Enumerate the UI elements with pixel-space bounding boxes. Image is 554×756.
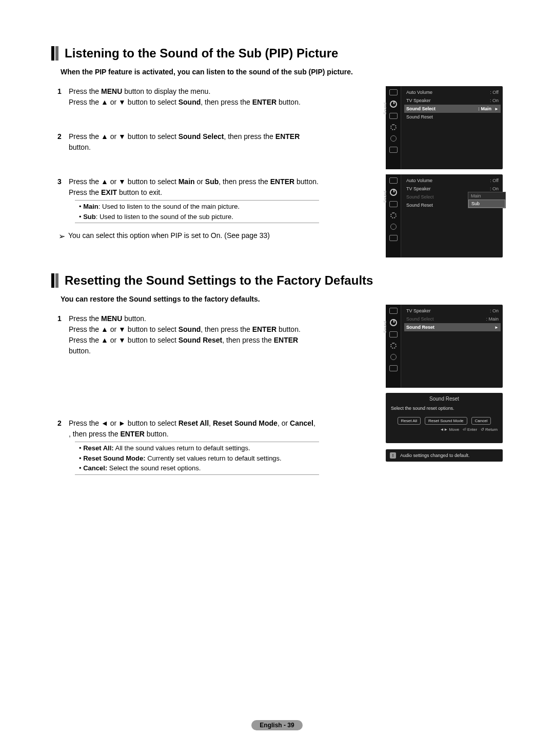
dialog-buttons: Reset All Reset Sound Mode Cancel	[386, 417, 503, 425]
input-icon	[390, 135, 397, 142]
section-title-1: Listening to the Sound of the Sub (PIP) …	[65, 46, 338, 61]
bullet: • Main: Used to listen to the sound of t…	[75, 202, 319, 212]
reset-all-button: Reset All	[398, 417, 421, 425]
cancel-button: Cancel	[471, 417, 491, 425]
dialog-title: Sound Reset	[386, 393, 503, 402]
step-1: 1 Press the MENU button to display the m…	[57, 86, 319, 108]
bullet: • Reset All: All the sound values return…	[75, 443, 319, 453]
setup-icon	[390, 343, 397, 349]
osd-menu: Auto Volume: Off TV Speaker: On Sound Se…	[404, 176, 501, 209]
osd-side-label: Sound	[383, 191, 387, 203]
option-sub: Sub	[468, 200, 505, 208]
bullet: • Sub: Used to listen to the sound of th…	[75, 212, 319, 222]
reset-sound-mode-button: Reset Sound Mode	[425, 417, 467, 425]
picture-icon	[389, 89, 398, 95]
dialog-hints: ◄► Move ⏎ Enter ↺ Return	[386, 425, 503, 432]
picture-icon	[389, 308, 398, 314]
note-arrow-icon: ➢	[58, 230, 65, 243]
section-title-2: Resetting the Sound Settings to the Fact…	[65, 273, 373, 288]
menu-row-highlight: Sound Select: Main►	[404, 105, 501, 113]
setup-icon	[390, 212, 397, 218]
step-body: Press the ▲ or ▼ button to select Sound …	[69, 131, 319, 153]
sound-icon	[390, 319, 397, 326]
picture-icon	[389, 177, 398, 184]
steps-section-1: 1 Press the MENU button to display the m…	[57, 86, 319, 243]
menu-row: Sound Select: Main	[404, 315, 501, 323]
osd-screenshot-3: Sound TV Speaker: On Sound Select: Main …	[386, 305, 503, 388]
note-text: You can select this option when PIP is s…	[68, 230, 270, 241]
step-3: 3 Press the ▲ or ▼ button to select Main…	[57, 176, 319, 225]
bullet-box: • Reset All: All the sound values return…	[75, 442, 319, 475]
page-number: English - 39	[251, 720, 302, 730]
menu-row: TV Speaker: On	[404, 96, 501, 105]
header-bar-dark	[51, 273, 54, 288]
step-2: 2 Press the ▲ or ▼ button to select Soun…	[57, 131, 319, 153]
application-icon	[389, 147, 398, 153]
chevron-right-icon: ►	[494, 325, 499, 330]
section-header-1: Listening to the Sound of the Sub (PIP) …	[51, 46, 503, 61]
application-icon	[389, 235, 398, 241]
setup-icon	[390, 124, 397, 130]
step-number: 2	[57, 131, 69, 153]
osd-dialog-screenshot: Sound Reset Select the sound reset optio…	[386, 393, 503, 443]
option-main: Main	[468, 192, 505, 200]
channel-icon	[389, 331, 398, 337]
step-number: 1	[57, 313, 69, 356]
toast-text: Audio settings changed to default.	[400, 453, 470, 458]
step-number: 3	[57, 176, 69, 225]
osd-menu: Auto Volume: Off TV Speaker: On Sound Se…	[404, 88, 501, 121]
step-1b: 1 Press the MENU button. Press the ▲ or …	[57, 313, 319, 356]
channel-icon	[389, 201, 398, 207]
menu-row: Sound Reset	[404, 113, 501, 121]
osd-sidebar: Sound	[386, 305, 401, 388]
osd-sidebar: Sound	[386, 86, 401, 169]
sound-icon	[390, 189, 397, 196]
step-number: 1	[57, 86, 69, 108]
step-body: Press the ◄ or ► button to select Reset …	[69, 418, 319, 477]
dialog-subtitle: Select the sound reset options.	[386, 402, 503, 415]
header-bar-dark	[51, 46, 54, 61]
bullet-box: • Main: Used to listen to the sound of t…	[75, 200, 319, 223]
section-intro-1: When the PIP feature is activated, you c…	[61, 68, 503, 76]
osd-menu: TV Speaker: On Sound Select: Main Sound …	[404, 307, 501, 331]
osd-sidebar: Sound	[386, 174, 401, 257]
step-number: 2	[57, 418, 69, 477]
warning-icon: !	[390, 452, 396, 459]
step-2b: 2 Press the ◄ or ► button to select Rese…	[57, 418, 319, 477]
header-bar-light	[55, 46, 58, 61]
osd-side-label: Sound	[383, 321, 387, 333]
osd-toast-screenshot: ! Audio settings changed to default.	[386, 449, 503, 462]
osd-side-label: Sound	[383, 103, 387, 114]
bullet: • Cancel: Select the sound reset options…	[75, 463, 319, 473]
header-bar-light	[55, 273, 58, 288]
step-body: Press the MENU button. Press the ▲ or ▼ …	[69, 313, 319, 356]
steps-section-2: 1 Press the MENU button. Press the ▲ or …	[57, 313, 319, 477]
input-icon	[390, 224, 397, 230]
menu-row: Auto Volume: Off	[404, 88, 501, 96]
step-body: Press the MENU button to display the men…	[69, 86, 319, 108]
page-footer: English - 39	[0, 720, 554, 730]
menu-row-highlight: Sound Reset►	[404, 323, 501, 331]
section-header-2: Resetting the Sound Settings to the Fact…	[51, 273, 503, 288]
application-icon	[389, 365, 398, 371]
osd-dropdown: Main Sub	[468, 192, 506, 208]
bullet: • Reset Sound Mode: Currently set values…	[75, 453, 319, 464]
osd-screenshot-1: Sound Auto Volume: Off TV Speaker: On So…	[386, 86, 503, 169]
sound-icon	[390, 101, 397, 108]
menu-row: Auto Volume: Off	[404, 176, 501, 185]
section-intro-2: You can restore the Sound settings to th…	[61, 295, 503, 303]
chevron-right-icon: ►	[494, 107, 499, 111]
osd-screenshot-2: Sound Auto Volume: Off TV Speaker: On So…	[386, 174, 503, 257]
menu-row: TV Speaker: On	[404, 307, 501, 315]
input-icon	[390, 354, 397, 360]
note: ➢ You can select this option when PIP is…	[58, 230, 319, 243]
channel-icon	[389, 113, 398, 119]
step-body: Press the ▲ or ▼ button to select Main o…	[69, 176, 319, 225]
